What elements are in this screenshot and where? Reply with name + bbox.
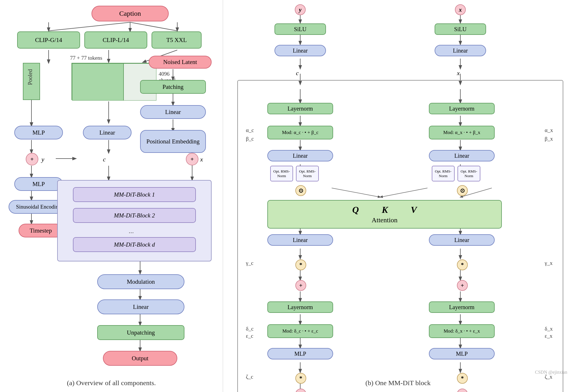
svg-line-1 bbox=[49, 22, 130, 31]
star2-left-circle: * bbox=[295, 373, 306, 384]
x-label: x bbox=[200, 156, 203, 163]
opt-rms-1: Opt. RMS- Norm bbox=[270, 166, 293, 181]
plus-x-circle: + bbox=[186, 153, 198, 165]
right-caption: (b) One MM-DiT block bbox=[365, 379, 431, 387]
mm-dit-blockd: MM-DiT-Block d bbox=[73, 237, 196, 252]
beta-c-label: β_c bbox=[246, 136, 254, 142]
star-left-circle: * bbox=[295, 259, 306, 270]
linear-silu-right-node: Linear bbox=[435, 45, 486, 56]
patching-node: Patching bbox=[140, 80, 206, 94]
linear-left2-node: Linear bbox=[267, 150, 333, 161]
linear-right2-node: Linear bbox=[429, 150, 495, 161]
modulation-node: Modulation bbox=[97, 274, 184, 289]
layernorm-left-node: Layernorm bbox=[267, 103, 333, 114]
star-right-circle: * bbox=[457, 259, 468, 270]
plus-y-circle: + bbox=[26, 153, 38, 165]
mod2-right-node: Mod: δ_x · • + ε_x bbox=[429, 324, 495, 338]
layernorm-right-node: Layernorm bbox=[429, 103, 495, 114]
mod2-left-node: Mod: δ_c · • + ε_c bbox=[267, 324, 333, 338]
attention-box: Q K V Attention bbox=[267, 200, 502, 229]
linear-attn-left-node: Linear bbox=[267, 234, 333, 246]
mod-left-node: Mod: α_c · • + β_c bbox=[267, 126, 333, 139]
odot-left-circle: ⊙ bbox=[295, 185, 306, 196]
dots-label: ... bbox=[129, 227, 134, 235]
linear-silu-left-node: Linear bbox=[274, 45, 326, 56]
epsilon-c-label: ε_c bbox=[246, 333, 253, 339]
mm-dit-block1: MM-DiT-Block 1 bbox=[73, 187, 196, 202]
gamma-c-label: γ_c bbox=[246, 260, 253, 266]
caption-node: Caption bbox=[91, 6, 169, 21]
y-label: y bbox=[41, 156, 44, 163]
clip-l-node: CLIP-L/14 bbox=[84, 31, 147, 49]
delta-c-label: δ_c bbox=[246, 326, 254, 332]
unpatching-node: Unpatching bbox=[97, 325, 184, 340]
watermark: CSDN @ejinxian bbox=[535, 370, 567, 375]
linear-c-node: Linear bbox=[83, 126, 132, 139]
mod-right-node: Mod: α_x · • + β_x bbox=[429, 126, 495, 139]
silu-left-node: SiLU bbox=[274, 23, 326, 35]
right-panel: y x SiLU SiLU Linear Linear c x Layernor… bbox=[223, 0, 573, 392]
tokens-label: 77 + 77 tokens bbox=[70, 55, 102, 61]
svg-line-3 bbox=[130, 22, 177, 31]
plus-left1-circle: + bbox=[295, 280, 306, 291]
left-panel: Caption CLIP-G/14 CLIP-L/14 T5 XXL 77 + … bbox=[0, 0, 223, 392]
layernorm2-left-node: Layernorm bbox=[267, 301, 333, 313]
pooled-box: Pooled bbox=[23, 63, 40, 100]
epsilon-x-label: ε_x bbox=[545, 333, 552, 339]
alpha-c-label: α_c bbox=[246, 127, 254, 133]
x-top-circle: x bbox=[455, 4, 466, 15]
star2-right-circle: * bbox=[457, 373, 468, 384]
output-node: Output bbox=[103, 351, 177, 366]
k-label: K bbox=[382, 205, 388, 215]
opt-rms-4: Opt. RMS- Norm bbox=[457, 166, 480, 181]
x-flow-label: x bbox=[457, 69, 460, 77]
q-label: Q bbox=[352, 205, 359, 215]
attention-label: Attention bbox=[372, 216, 398, 224]
left-caption: (a) Overview of all components. bbox=[67, 379, 156, 387]
clip-g-node: CLIP-G/14 bbox=[17, 31, 80, 49]
layernorm2-right-node: Layernorm bbox=[429, 301, 495, 313]
plus-right1-circle: + bbox=[457, 280, 468, 291]
linear-attn-right-node: Linear bbox=[429, 234, 495, 246]
linear-top-node: Linear bbox=[140, 105, 206, 119]
c-label: c bbox=[103, 156, 106, 163]
pooled-label: Pooled bbox=[27, 69, 33, 85]
silu-right-node: SiLU bbox=[435, 23, 486, 35]
beta-x-label: β_x bbox=[545, 136, 553, 142]
mm-dit-block2: MM-DiT-Block 2 bbox=[73, 208, 196, 223]
t5-node: T5 XXL bbox=[152, 31, 202, 49]
mlp1-node: MLP bbox=[14, 126, 63, 139]
linear-mod-node: Linear bbox=[97, 299, 184, 314]
token-matrix-inner bbox=[72, 63, 124, 101]
timestep-node: Timestep bbox=[19, 224, 63, 237]
mlp-left-node: MLP bbox=[267, 348, 333, 359]
v-label: V bbox=[411, 205, 417, 215]
alpha-x-label: α_x bbox=[545, 127, 553, 133]
mlp-right-node: MLP bbox=[429, 348, 495, 359]
gamma-x-label: γ_x bbox=[545, 260, 552, 266]
zeta-c-label: ζ_c bbox=[246, 374, 253, 380]
noised-latent-node: Noised Latent bbox=[149, 56, 212, 69]
pos-embed-node: Positional Embedding bbox=[140, 130, 206, 153]
y-top-circle: y bbox=[295, 4, 306, 15]
opt-rms-2: Opt. RMS- Norm bbox=[296, 166, 319, 181]
diagram-container: Caption CLIP-G/14 CLIP-L/14 T5 XXL 77 + … bbox=[0, 0, 573, 392]
c-flow-label: c bbox=[296, 69, 299, 77]
odot-right-circle: ⊙ bbox=[457, 185, 468, 196]
delta-x-label: δ_x bbox=[545, 326, 553, 332]
opt-rms-3: Opt. RMS- Norm bbox=[432, 166, 455, 181]
mlp2-node: MLP bbox=[14, 177, 63, 191]
